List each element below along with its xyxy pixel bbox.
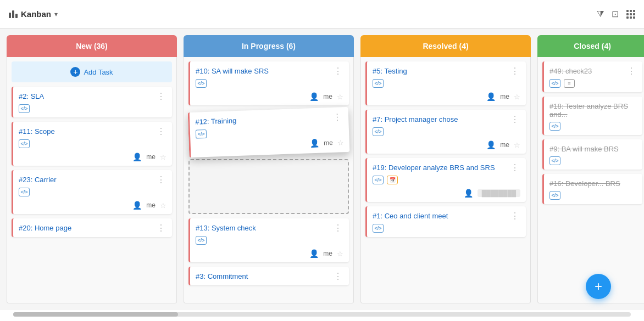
- card-20-menu[interactable]: ⋮: [156, 224, 166, 233]
- card-10-tags: </>: [196, 79, 343, 88]
- card-12-title[interactable]: #12: Training: [195, 113, 332, 126]
- tag-code-icon: </>: [549, 79, 560, 88]
- card-11-title[interactable]: #11: Scope: [19, 127, 156, 136]
- add-task-button[interactable]: + Add Task: [12, 61, 172, 82]
- card-12-menu[interactable]: ⋮: [332, 112, 343, 122]
- card-12-header: #12: Training ⋮: [195, 112, 343, 126]
- card-13-menu[interactable]: ⋮: [332, 224, 343, 233]
- card-5: #5: Testing ⋮ </> 👤 me ☆: [365, 61, 526, 105]
- star-icon[interactable]: ☆: [337, 93, 343, 101]
- card-23-title[interactable]: #23: Carrier: [19, 176, 156, 184]
- grid-view-icon[interactable]: [626, 10, 635, 19]
- header-chevron[interactable]: ▾: [54, 10, 58, 18]
- filter-icon[interactable]: ⧩: [597, 9, 604, 19]
- fab-button[interactable]: +: [586, 274, 611, 299]
- star-icon[interactable]: ☆: [514, 141, 520, 149]
- card-19-tags: </> 📅: [373, 176, 520, 184]
- card-3-menu[interactable]: ⋮: [332, 272, 343, 281]
- share-icon[interactable]: ⊡: [612, 9, 619, 19]
- assignee-text: me: [323, 250, 332, 257]
- card-16-tags: </>: [549, 191, 637, 200]
- card-19-footer: 👤 ████████: [373, 189, 520, 198]
- column-header-new: New (36): [7, 35, 177, 57]
- star-icon[interactable]: ☆: [160, 153, 166, 161]
- header-left: Kanban ▾: [9, 9, 58, 19]
- scrollbar-track[interactable]: [13, 312, 631, 317]
- column-in-progress: In Progress (6) #10: SA will make SRS ⋮ …: [184, 35, 354, 303]
- card-3-title[interactable]: #3: Commitment: [196, 272, 332, 280]
- tag-code-icon: </>: [196, 236, 207, 245]
- horizontal-scrollbar-track: [0, 310, 644, 321]
- card-7-menu[interactable]: ⋮: [509, 115, 520, 124]
- card-1-menu[interactable]: ⋮: [509, 212, 520, 221]
- card-16-header: #16: Developer... BRS: [549, 179, 637, 188]
- card-5-header: #5: Testing ⋮: [373, 67, 520, 76]
- column-body-closed: #49: check23 ⋮ </> ≡ #18: Tester analyze…: [537, 57, 644, 303]
- card-5-menu[interactable]: ⋮: [509, 67, 520, 76]
- card-10: #10: SA will make SRS ⋮ </> 👤 me ☆: [188, 61, 349, 105]
- card-1: #1: Ceo and client meet ⋮ </>: [365, 206, 526, 237]
- card-2-menu[interactable]: ⋮: [156, 92, 166, 101]
- card-13-tags: </>: [196, 236, 343, 245]
- card-10-title[interactable]: #10: SA will make SRS: [196, 67, 332, 75]
- star-icon[interactable]: ☆: [160, 201, 166, 210]
- card-9-title[interactable]: #9: BA will make BRS: [549, 145, 637, 153]
- add-task-label: Add Task: [84, 68, 113, 76]
- card-19-menu[interactable]: ⋮: [509, 164, 520, 172]
- card-13-title[interactable]: #13: System check: [196, 224, 332, 232]
- column-new: New (36) + Add Task #2: SLA ⋮ </>: [7, 35, 177, 303]
- column-body-resolved: #5: Testing ⋮ </> 👤 me ☆ #7: Proje: [360, 57, 531, 303]
- card-1-tags: </>: [373, 224, 520, 233]
- card-16-title[interactable]: #16: Developer... BRS: [549, 179, 637, 188]
- card-2: #2: SLA ⋮ </>: [12, 87, 172, 117]
- card-49-header: #49: check23 ⋮: [549, 67, 637, 76]
- card-5-title[interactable]: #5: Testing: [373, 67, 509, 75]
- card-12-dragging[interactable]: #12: Training ⋮ </> 👤 me ☆: [188, 107, 350, 157]
- card-13-footer: 👤 me ☆: [196, 249, 343, 258]
- tag-code-icon: </>: [19, 139, 30, 148]
- card-11-menu[interactable]: ⋮: [156, 127, 166, 136]
- card-20-title[interactable]: #20: Home page: [19, 224, 156, 232]
- card-12-footer: 👤 me ☆: [196, 138, 344, 151]
- card-10-header: #10: SA will make SRS ⋮: [196, 67, 343, 76]
- tag-code-icon: </>: [549, 122, 560, 131]
- card-7-title[interactable]: #7: Project manager chose: [373, 115, 509, 123]
- column-header-resolved: Resolved (4): [360, 35, 531, 57]
- star-icon[interactable]: ☆: [337, 138, 344, 147]
- tag-code-icon: </>: [373, 224, 384, 233]
- card-23-menu[interactable]: ⋮: [156, 176, 166, 184]
- star-icon[interactable]: ☆: [514, 93, 520, 101]
- card-10-menu[interactable]: ⋮: [332, 67, 343, 76]
- assignee-text: me: [500, 141, 509, 149]
- star-icon[interactable]: ☆: [337, 250, 343, 258]
- tag-calendar-icon: 📅: [387, 176, 398, 184]
- card-9-tags: </>: [549, 156, 637, 165]
- card-49-menu[interactable]: ⋮: [626, 67, 637, 76]
- scrollbar-thumb[interactable]: [13, 312, 178, 317]
- card-10-footer: 👤 me ☆: [196, 92, 343, 101]
- card-11-header: #11: Scope ⋮: [19, 127, 166, 136]
- card-18-header: #18: Tester analyze BRS and...: [549, 102, 637, 119]
- card-7-tags: </>: [373, 127, 520, 136]
- card-12-tags: </>: [196, 125, 343, 138]
- card-5-tags: </>: [373, 79, 520, 88]
- card-18-title[interactable]: #18: Tester analyze BRS and...: [549, 102, 637, 119]
- card-7: #7: Project manager chose ⋮ </> 👤 me ☆: [365, 110, 526, 154]
- card-11-footer: 👤 me ☆: [19, 153, 166, 161]
- header: Kanban ▾ ⧩ ⊡: [0, 0, 644, 29]
- card-16: #16: Developer... BRS </>: [542, 174, 642, 204]
- tag-code-icon: </>: [19, 188, 30, 196]
- column-resolved: Resolved (4) #5: Testing ⋮ </> 👤 me ☆: [360, 35, 531, 303]
- card-3: #3: Commitment ⋮: [188, 267, 349, 285]
- card-20: #20: Home page ⋮: [12, 218, 172, 237]
- assignee-blurred: ████████: [478, 189, 520, 197]
- assignee-icon: 👤: [486, 92, 496, 101]
- card-1-title[interactable]: #1: Ceo and client meet: [373, 212, 509, 220]
- header-right: ⧩ ⊡: [597, 9, 635, 19]
- card-49-title[interactable]: #49: check23: [549, 67, 626, 75]
- card-19: #19: Developer analyze BRS and SRS ⋮ </>…: [365, 158, 526, 202]
- kanban-board: New (36) + Add Task #2: SLA ⋮ </>: [0, 29, 644, 310]
- card-2-title[interactable]: #2: SLA: [19, 92, 156, 100]
- app-container: Kanban ▾ ⧩ ⊡ New (36): [0, 0, 644, 321]
- card-19-title[interactable]: #19: Developer analyze BRS and SRS: [373, 164, 509, 172]
